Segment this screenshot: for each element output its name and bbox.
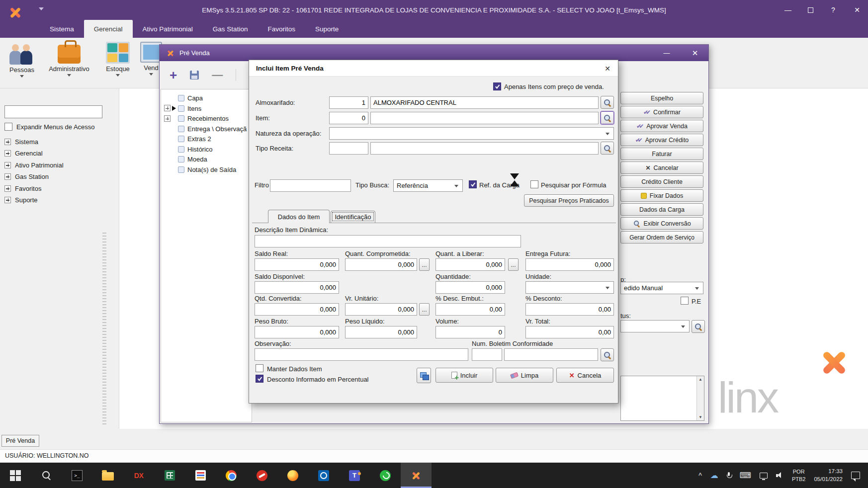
quant-liberar-more-button[interactable]: ... [508, 258, 519, 271]
tipo-busca-dropdown[interactable]: Referência [393, 179, 463, 192]
microphone-icon[interactable] [727, 472, 731, 479]
menu-gerencial[interactable]: Gerencial [84, 20, 133, 38]
saldo-disponivel-input[interactable] [255, 281, 339, 294]
menu-gas-station[interactable]: Gas Station [203, 20, 258, 38]
sidebar-item-gas-station[interactable]: Gas Station [4, 172, 49, 181]
quant-comprometida-more-button[interactable]: ... [419, 258, 430, 271]
taskbar-notes-app[interactable] [185, 463, 216, 488]
sidebar-item-suporte[interactable]: Suporte [4, 195, 38, 204]
add-record-button[interactable]: + [170, 69, 177, 81]
boletim-code-input[interactable] [472, 348, 502, 361]
apenas-itens-checkbox[interactable] [493, 82, 501, 90]
prevenda-titlebar[interactable]: Pré Venda — ✕ [160, 45, 708, 61]
quant-liberar-input[interactable] [435, 258, 505, 271]
expand-plus-icon[interactable] [4, 197, 11, 203]
dialog-header[interactable]: Inclui Item Pré Venda ✕ [249, 60, 618, 77]
delete-record-button[interactable]: — [212, 70, 223, 81]
tree-item-moeda[interactable]: Moeda [178, 155, 207, 163]
vr-total-input[interactable] [525, 326, 614, 338]
entrega-futura-input[interactable] [525, 258, 614, 271]
taskbar-firefox[interactable] [277, 463, 308, 488]
qtd-convertida-input[interactable] [255, 303, 339, 316]
item-search-button[interactable] [601, 111, 614, 124]
boletim-num-input[interactable] [504, 348, 598, 361]
pe-checkbox[interactable] [681, 297, 689, 305]
prevenda-close-button[interactable]: ✕ [688, 45, 702, 61]
expand-menus-checkbox[interactable] [4, 123, 12, 131]
memo-scrollbar[interactable]: ▲ ▼ [696, 376, 704, 420]
taskbar-chrome[interactable] [216, 463, 247, 488]
unidade-dropdown[interactable] [525, 281, 614, 294]
exibir-conversao-button[interactable]: Exibir Conversão [620, 217, 703, 230]
limpa-button[interactable]: Limpa [496, 368, 553, 383]
taskbar-search-button[interactable] [31, 463, 62, 488]
observacao-input[interactable] [255, 348, 468, 361]
observation-memo-box[interactable]: ▲ ▼ [620, 376, 704, 421]
expand-plus-icon[interactable] [164, 115, 171, 122]
tree-item-notas-saida[interactable]: Nota(s) de Saída [178, 165, 236, 174]
taskbar-dx-app[interactable]: DX [123, 463, 154, 488]
keyboard-icon[interactable]: ⌨ [740, 472, 751, 480]
descricao-input[interactable] [255, 235, 521, 247]
pesquisar-precos-button[interactable]: Pesquisar Preços Praticados [524, 194, 614, 207]
menu-sistema[interactable]: Sistema [40, 20, 84, 38]
quantidade-input[interactable] [435, 281, 505, 294]
almoxarifado-code-input[interactable] [329, 96, 368, 109]
tree-item-historico[interactable]: Histórico [178, 145, 213, 154]
expand-plus-icon[interactable] [4, 185, 11, 192]
desc-embut-input[interactable] [435, 303, 505, 316]
menu-favoritos[interactable]: Favoritos [258, 20, 305, 38]
maximize-button[interactable] [808, 7, 813, 13]
item-code-input[interactable] [329, 112, 368, 124]
incluir-button[interactable]: Incluir [435, 368, 493, 383]
ribbon-item-pessoas[interactable]: Pessoas [0, 42, 44, 78]
replicate-item-button[interactable] [417, 368, 431, 383]
tree-item-recebimentos[interactable]: Recebimentos [178, 114, 229, 123]
ref-carga-checkbox[interactable] [469, 180, 477, 188]
sidebar-item-favoritos[interactable]: Favoritos [4, 184, 41, 193]
taskbar-emsys-active[interactable] [401, 463, 432, 488]
close-button[interactable]: ✕ [853, 6, 861, 14]
aprovar-venda-button[interactable]: ✔✔Aprovar Venda [620, 120, 703, 132]
almoxarifado-name-input[interactable] [370, 96, 599, 109]
tree-item-extras2[interactable]: Extras 2 [178, 135, 211, 143]
taskbar-red-app[interactable] [247, 463, 277, 488]
fixar-dados-button[interactable]: Fixar Dados [620, 189, 703, 202]
manter-dados-checkbox[interactable] [256, 364, 263, 372]
sidebar-item-sistema[interactable]: Sistema [4, 137, 38, 146]
tree-item-itens[interactable]: Itens [178, 104, 201, 113]
tree-item-capa[interactable]: Capa [178, 94, 203, 102]
dados-da-carga-button[interactable]: Dados da Carga [620, 203, 703, 216]
expand-plus-icon[interactable] [4, 173, 11, 180]
action-center-icon[interactable] [851, 472, 860, 479]
tipo-pedido-dropdown[interactable]: edido Manual [620, 282, 703, 294]
peso-liquido-input[interactable] [345, 326, 417, 338]
tipo-receita-name-input[interactable] [370, 142, 599, 155]
almoxarifado-search-button[interactable] [601, 96, 614, 109]
taskbar-spreadsheet-app[interactable] [154, 463, 185, 488]
taskbar-outlook[interactable] [308, 463, 339, 488]
minimize-button[interactable]: — [784, 6, 792, 14]
expand-plus-icon[interactable] [164, 105, 171, 111]
tipo-receita-search-button[interactable] [601, 142, 614, 155]
taskbar-file-explorer[interactable] [92, 463, 123, 488]
scroll-up-icon[interactable]: ▲ [698, 377, 702, 382]
dialog-close-button[interactable]: ✕ [602, 63, 613, 74]
filtro-input[interactable] [270, 179, 351, 192]
expand-plus-icon[interactable] [4, 139, 11, 145]
start-button[interactable] [0, 463, 31, 488]
sidebar-item-ativo-patrimonial[interactable]: Ativo Patrimonial [4, 161, 64, 169]
clock[interactable]: 17:33 05/01/2022 [814, 468, 843, 483]
cancelar-button[interactable]: ✕Cancelar [620, 162, 703, 174]
aprovar-credito-button[interactable]: ✔✔Aprovar Crédito [620, 134, 703, 146]
item-name-input[interactable] [370, 112, 599, 124]
tab-identificacao[interactable]: Identificação [331, 211, 375, 223]
language-indicator[interactable]: POR PTB2 [792, 468, 806, 483]
gerar-ordem-servico-button[interactable]: Gerar Ordem de Serviço [620, 231, 703, 244]
vr-unitario-input[interactable] [345, 303, 417, 316]
menu-ativo-patrimonial[interactable]: Ativo Patrimonial [133, 20, 203, 38]
credito-cliente-button[interactable]: Crédito Cliente [620, 175, 703, 188]
expand-plus-icon[interactable] [4, 162, 11, 168]
desconto-input[interactable] [525, 303, 614, 316]
save-record-button[interactable] [190, 71, 199, 80]
